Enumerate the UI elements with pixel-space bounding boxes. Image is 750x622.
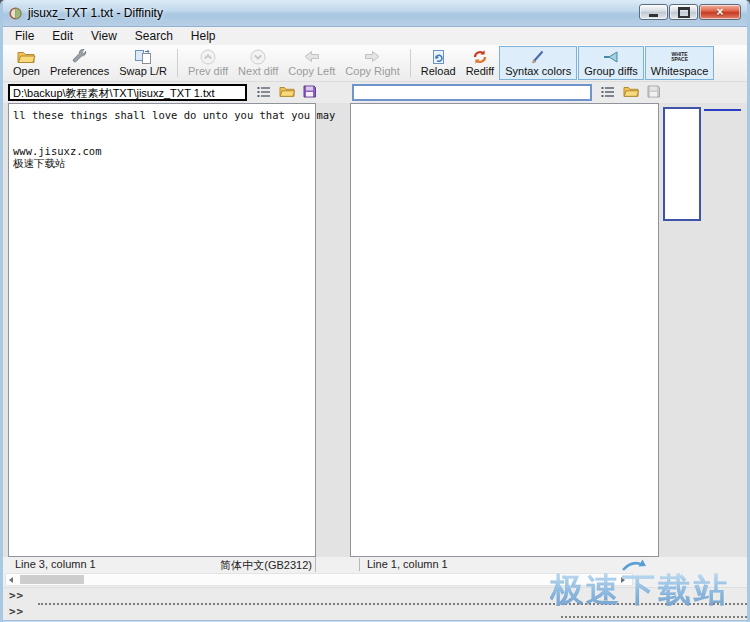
copy-right-label: Copy Right bbox=[345, 65, 399, 77]
copy-left-button[interactable]: Copy Left bbox=[283, 46, 340, 80]
pencil-icon bbox=[530, 48, 546, 65]
prev-diff-icon bbox=[200, 48, 216, 65]
whitespace-icon: WHITE SPACE bbox=[671, 52, 688, 61]
scroll-left-icon[interactable] bbox=[9, 577, 13, 583]
left-encoding: 简体中文(GB2312) bbox=[220, 558, 312, 573]
minimize-icon bbox=[649, 14, 658, 17]
status-separator bbox=[359, 558, 360, 571]
titlebar[interactable]: jisuxz_TXT 1.txt - Diffinity × bbox=[3, 0, 747, 27]
swap-lr-label: Swap L/R bbox=[119, 65, 167, 77]
close-icon: × bbox=[716, 6, 723, 18]
right-cursor-position: Line 1, column 1 bbox=[367, 558, 448, 570]
toolbar-separator bbox=[177, 49, 178, 77]
right-editor-pane[interactable] bbox=[350, 103, 659, 557]
maximize-button[interactable] bbox=[669, 4, 698, 20]
next-diff-icon bbox=[250, 48, 266, 65]
left-browse-folder-icon[interactable] bbox=[279, 85, 295, 98]
swap-lr-button[interactable]: Swap L/R bbox=[114, 46, 172, 80]
wrench-icon bbox=[71, 48, 88, 65]
right-recent-files-icon[interactable] bbox=[601, 86, 615, 98]
prev-diff-button[interactable]: Prev diff bbox=[183, 46, 233, 80]
prev-diff-label: Prev diff bbox=[188, 65, 228, 77]
left-save-icon[interactable] bbox=[303, 85, 316, 98]
open-folder-icon bbox=[17, 48, 36, 65]
copy-left-arrow-icon bbox=[303, 48, 320, 65]
watermark-swoosh-icon bbox=[621, 558, 647, 576]
right-path-input[interactable] bbox=[352, 84, 592, 101]
swap-pages-icon bbox=[134, 48, 152, 65]
whitespace-label: Whitespace bbox=[651, 65, 708, 77]
menu-view[interactable]: View bbox=[82, 28, 126, 44]
left-recent-files-icon[interactable] bbox=[257, 86, 271, 98]
menubar: File Edit View Search Help bbox=[3, 27, 747, 45]
copy-right-button[interactable]: Copy Right bbox=[340, 46, 404, 80]
preferences-button[interactable]: Preferences bbox=[45, 46, 114, 80]
diff-overview-viewport[interactable] bbox=[663, 107, 701, 221]
close-button[interactable]: × bbox=[699, 4, 741, 20]
group-diffs-label: Group diffs bbox=[584, 65, 638, 77]
menu-edit[interactable]: Edit bbox=[43, 28, 82, 44]
window-title: jisuxz_TXT 1.txt - Diffinity bbox=[28, 6, 163, 20]
rediff-icon bbox=[472, 48, 488, 65]
copy-left-label: Copy Left bbox=[288, 65, 335, 77]
app-window: jisuxz_TXT 1.txt - Diffinity × File Edit… bbox=[0, 0, 750, 622]
menu-help[interactable]: Help bbox=[182, 28, 225, 44]
open-label: Open bbox=[13, 65, 40, 77]
next-diff-button[interactable]: Next diff bbox=[233, 46, 283, 80]
dotted-divider bbox=[561, 616, 747, 618]
path-row: D:\backup\教程素材\TXT\jisuxz_TXT 1.txt bbox=[3, 82, 747, 103]
minimize-button[interactable] bbox=[639, 4, 668, 20]
toolbar: Open Preferences Swap L/R bbox=[3, 45, 747, 82]
open-button[interactable]: Open bbox=[8, 46, 45, 80]
expander-chevrons[interactable]: >> bbox=[3, 605, 24, 620]
scrollbar-track[interactable] bbox=[5, 573, 633, 586]
next-diff-label: Next diff bbox=[238, 65, 278, 77]
whitespace-toggle[interactable]: WHITE SPACE Whitespace bbox=[645, 46, 714, 80]
menu-file[interactable]: File bbox=[6, 28, 43, 44]
left-editor-text: ll these things shall love do unto you t… bbox=[9, 104, 315, 169]
right-browse-folder-icon[interactable] bbox=[623, 85, 639, 98]
right-save-icon-disabled[interactable] bbox=[647, 85, 660, 98]
rediff-button[interactable]: Rediff bbox=[461, 46, 500, 80]
toolbar-separator bbox=[410, 49, 411, 77]
menu-search[interactable]: Search bbox=[126, 28, 182, 44]
reload-label: Reload bbox=[421, 65, 456, 77]
group-diffs-toggle[interactable]: Group diffs bbox=[578, 46, 644, 80]
syntax-colors-toggle[interactable]: Syntax colors bbox=[499, 46, 577, 80]
maximize-icon bbox=[678, 7, 690, 18]
copy-right-arrow-icon bbox=[364, 48, 381, 65]
reload-icon bbox=[431, 48, 446, 65]
diff-overview-marker bbox=[704, 109, 741, 111]
right-editor-text bbox=[351, 104, 658, 109]
expander-chevrons[interactable]: >> bbox=[3, 589, 24, 604]
syntax-colors-label: Syntax colors bbox=[505, 65, 571, 77]
reload-button[interactable]: Reload bbox=[416, 46, 461, 80]
left-path-input[interactable]: D:\backup\教程素材\TXT\jisuxz_TXT 1.txt bbox=[8, 84, 247, 101]
scrollbar-thumb[interactable] bbox=[20, 575, 84, 584]
app-icon bbox=[9, 7, 22, 20]
funnel-icon bbox=[603, 48, 619, 65]
left-cursor-position: Line 3, column 1 bbox=[15, 558, 96, 573]
main-diff-area: ll these things shall love do unto you t… bbox=[3, 103, 747, 557]
rediff-label: Rediff bbox=[466, 65, 495, 77]
preferences-label: Preferences bbox=[50, 65, 109, 77]
left-editor-pane[interactable]: ll these things shall love do unto you t… bbox=[8, 103, 316, 557]
